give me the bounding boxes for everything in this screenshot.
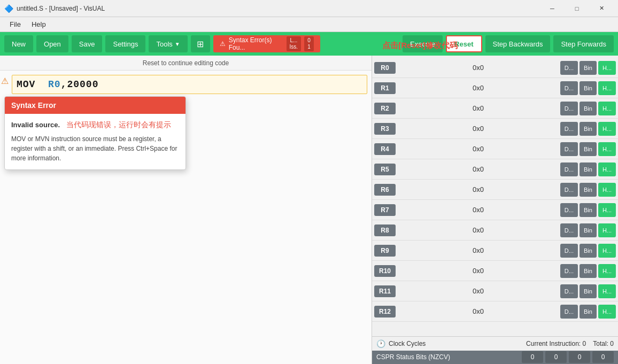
reg-dec-button[interactable]: D...	[560, 183, 578, 197]
status-top: 🕐 Clock Cycles Current Instruction: 0 To…	[372, 337, 618, 351]
open-button[interactable]: Open	[36, 35, 68, 52]
reg-hex-button[interactable]: H...	[598, 183, 616, 197]
syntax-badge: L... Iss.	[287, 36, 302, 51]
code-comma: ,	[61, 79, 67, 90]
reg-value-R1: 0x0	[398, 84, 559, 92]
reg-bin-button[interactable]: Bin	[580, 203, 597, 217]
register-row: R10 0x0 D... Bin H...	[372, 261, 618, 281]
tools-arrow-icon: ▼	[175, 41, 180, 47]
reg-bin-button[interactable]: Bin	[580, 61, 597, 75]
close-button[interactable]: ✕	[589, 0, 614, 17]
syntax-description: MOV or MVN instruction source must be a …	[11, 134, 179, 163]
reg-dec-button[interactable]: D...	[560, 102, 578, 115]
reg-bin-button[interactable]: Bin	[580, 142, 597, 156]
reg-bin-button[interactable]: Bin	[580, 264, 597, 278]
reg-hex-button[interactable]: H...	[598, 305, 616, 319]
syntax-popup-body: Invalid source. 当代码现错误，运行时会有提示 MOV or MV…	[5, 114, 186, 169]
reg-name-R6: R6	[374, 184, 396, 196]
reg-value-R12: 0x0	[398, 307, 559, 315]
reg-name-R2: R2	[374, 103, 396, 114]
syntax-popup-header: Syntax Error	[5, 97, 186, 114]
step-backwards-button[interactable]: Step Backwards	[485, 35, 551, 52]
cspr-bit-n: 0	[522, 351, 543, 363]
settings-button[interactable]: Settings	[105, 35, 145, 52]
reg-bin-button[interactable]: Bin	[580, 244, 597, 258]
minimize-button[interactable]: ─	[540, 0, 565, 17]
reg-bin-button[interactable]: Bin	[580, 183, 597, 197]
reg-name-R8: R8	[374, 224, 396, 236]
clock-icon: 🕐	[376, 339, 385, 348]
reg-hex-button[interactable]: H...	[598, 61, 616, 75]
reg-dec-button[interactable]: D...	[560, 61, 578, 75]
reg-hex-button[interactable]: H...	[598, 264, 616, 278]
tools-button[interactable]: Tools ▼	[149, 35, 187, 52]
clock-cycles-label: Clock Cycles	[389, 340, 426, 347]
code-mov: MOV	[17, 79, 35, 90]
register-row: R8 0x0 D... Bin H...	[372, 220, 618, 241]
status-bottom: CSPR Status Bits (NZCV) 0 0 0 0	[372, 351, 618, 365]
reg-hex-button[interactable]: H...	[598, 244, 616, 258]
toolbar-right: Execute Reset Step Backwards Step Forwar…	[403, 35, 614, 52]
reg-hex-button[interactable]: H...	[598, 284, 616, 298]
reset-button[interactable]: Reset	[446, 35, 482, 52]
register-row: R12 0x0 D... Bin H...	[372, 301, 618, 322]
menu-file[interactable]: File	[4, 18, 26, 30]
reg-dec-button[interactable]: D...	[560, 223, 578, 237]
reg-value-R4: 0x0	[398, 145, 559, 153]
syntax-chinese-note: 当代码现错误，运行时会有提示	[66, 120, 171, 129]
reg-dec-button[interactable]: D...	[560, 264, 578, 278]
reg-name-R11: R11	[374, 285, 396, 297]
register-scroll[interactable]: R0 0x0 D... Bin H... R1 0x0 D... Bin H..…	[372, 56, 618, 336]
reg-bin-button[interactable]: Bin	[580, 223, 597, 237]
register-row: R9 0x0 D... Bin H...	[372, 241, 618, 261]
reg-hex-button[interactable]: H...	[598, 122, 616, 136]
reg-bin-button[interactable]: Bin	[580, 81, 597, 95]
reg-hex-button[interactable]: H...	[598, 203, 616, 217]
execute-button[interactable]: Execute	[403, 35, 443, 52]
maximize-button[interactable]: □	[565, 0, 589, 17]
reg-name-R4: R4	[374, 143, 396, 155]
editor-content[interactable]: ⚠ MOV R0 , 20000 Syntax Error Invalid so…	[0, 71, 372, 364]
reg-dec-button[interactable]: D...	[560, 203, 578, 217]
editor-pane: Reset to continue editing code ⚠ MOV R0 …	[0, 56, 372, 364]
reg-name-R10: R10	[374, 265, 396, 277]
save-button[interactable]: Save	[72, 35, 103, 52]
reg-bin-button[interactable]: Bin	[580, 102, 597, 115]
main-layout: Reset to continue editing code ⚠ MOV R0 …	[0, 56, 618, 364]
reg-dec-button[interactable]: D...	[560, 305, 578, 319]
reg-dec-button[interactable]: D...	[560, 162, 578, 176]
reg-value-R3: 0x0	[398, 125, 559, 133]
reg-bin-button[interactable]: Bin	[580, 284, 597, 298]
app-icon: 🔷	[4, 4, 13, 13]
new-button[interactable]: New	[4, 35, 33, 52]
reg-name-R0: R0	[374, 62, 396, 74]
monitor-button[interactable]: ⊞	[191, 35, 210, 52]
warning-line-icon: ⚠	[1, 76, 9, 86]
reg-hex-button[interactable]: H...	[598, 81, 616, 95]
reg-value-R9: 0x0	[398, 246, 559, 254]
register-row: R7 0x0 D... Bin H...	[372, 200, 618, 220]
titlebar-title: untitled.S - [Unsaved] - VisUAL	[17, 5, 540, 12]
syntax-count-badge: 0 1	[304, 36, 314, 51]
reg-dec-button[interactable]: D...	[560, 142, 578, 156]
reg-value-R5: 0x0	[398, 165, 559, 173]
reg-bin-button[interactable]: Bin	[580, 122, 597, 136]
reg-name-R5: R5	[374, 164, 396, 175]
reg-bin-button[interactable]: Bin	[580, 162, 597, 176]
menu-help[interactable]: Help	[26, 18, 51, 30]
reg-bin-button[interactable]: Bin	[580, 305, 597, 319]
step-forwards-button[interactable]: Step Forwards	[553, 35, 614, 52]
reg-dec-button[interactable]: D...	[560, 81, 578, 95]
reg-dec-button[interactable]: D...	[560, 244, 578, 258]
register-row: R2 0x0 D... Bin H...	[372, 98, 618, 119]
reg-hex-button[interactable]: H...	[598, 142, 616, 156]
code-line[interactable]: MOV R0 , 20000	[12, 75, 367, 94]
reg-hex-button[interactable]: H...	[598, 102, 616, 115]
syntax-error-indicator[interactable]: ⚠ Syntax Error(s) Fou... L... Iss. 0 1	[213, 35, 320, 52]
reg-name-R3: R3	[374, 123, 396, 135]
reg-dec-button[interactable]: D...	[560, 284, 578, 298]
reg-hex-button[interactable]: H...	[598, 223, 616, 237]
warning-icon: ⚠	[220, 40, 226, 48]
reg-hex-button[interactable]: H...	[598, 162, 616, 176]
reg-dec-button[interactable]: D...	[560, 122, 578, 136]
